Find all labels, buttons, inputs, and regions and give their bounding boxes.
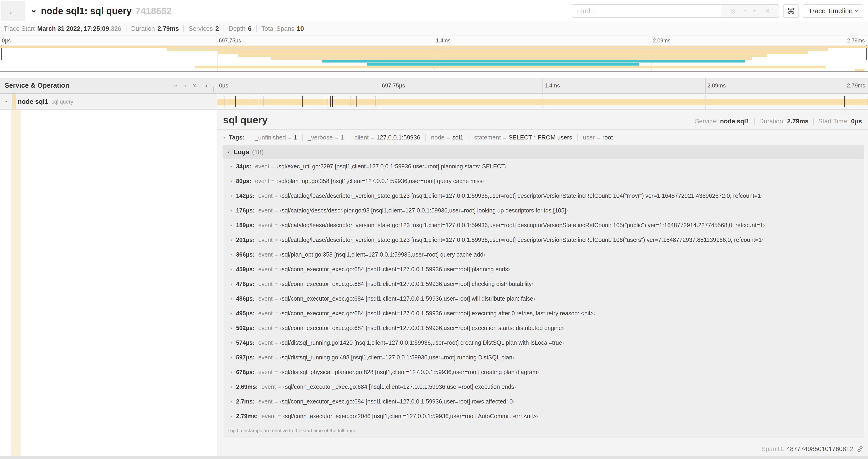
close-quote: ›	[594, 310, 595, 317]
chevron-right-icon: ›	[230, 207, 232, 214]
chevron-right-icon: ›	[230, 369, 232, 375]
back-button[interactable]: ←	[1, 1, 25, 21]
log-row[interactable]: ›189μs:event=‹sql/catalog/lease/descript…	[223, 218, 864, 233]
close-quote: ›	[562, 325, 564, 331]
log-row[interactable]: ›476μs:event=‹sql/conn_executor_exec.go:…	[223, 276, 864, 291]
equals-sign: =	[274, 398, 278, 405]
equals-sign: =	[371, 134, 374, 141]
view-selector-button[interactable]: Trace Timeline ›	[803, 4, 863, 18]
log-message: sql/catalog/lease/descriptor_version_sta…	[282, 222, 763, 229]
trace-collapse-chevron-icon[interactable]: ›	[29, 9, 39, 12]
horizontal-scrollbar-track[interactable]	[0, 456, 868, 459]
close-quote: ›	[566, 207, 568, 214]
span-row-timeline-cell[interactable]	[217, 94, 868, 110]
minimap-span-bar	[271, 57, 752, 60]
chevron-right-icon: ›	[230, 398, 232, 405]
logs-header[interactable]: › Logs (18)	[223, 145, 864, 159]
log-field-key: event	[261, 413, 276, 420]
span-collapse-chevron-icon[interactable]: ›	[3, 101, 9, 103]
tag-key: user	[583, 134, 595, 141]
open-quote: ‹	[280, 295, 282, 302]
summary-item-value: March 31 2022, 17:25:09	[37, 25, 109, 32]
trace-id: 7418682	[135, 6, 172, 16]
log-event-marker	[351, 96, 351, 107]
chevron-right-icon: ›	[230, 325, 232, 331]
log-row[interactable]: ›142μs:event=‹sql/catalog/lease/descript…	[223, 189, 864, 203]
tag-key: node	[431, 134, 444, 141]
log-row[interactable]: ›459μs:event=‹sql/conn_executor_exec.go:…	[223, 262, 864, 276]
log-field-key: event	[255, 163, 269, 170]
minimap-tick-label: 2.79ms	[847, 38, 865, 44]
tag-value: root	[602, 134, 613, 141]
equals-sign: =	[274, 339, 278, 346]
log-row[interactable]: ›486μs:event=‹sql/conn_executor_exec.go:…	[223, 291, 864, 306]
tag-item: _unfinished=1	[250, 134, 302, 141]
view-selector-label: Trace Timeline	[808, 7, 852, 15]
log-message: sql/conn_executor_exec.go:684 [nsql1,cli…	[282, 398, 513, 405]
log-timestamp: 2.7ms:	[236, 398, 254, 405]
expand-one-icon[interactable]: ›	[184, 82, 186, 89]
span-operation-name: sql query	[52, 99, 73, 105]
equals-sign: =	[271, 178, 275, 185]
log-field-key: event	[258, 325, 273, 331]
log-field-key: event	[258, 339, 273, 346]
log-row[interactable]: ›34μs:event=‹sql/exec_util.go:2297 [nsql…	[223, 159, 864, 174]
summary-item-label: Total Spans	[261, 25, 294, 32]
log-row[interactable]: ›2.69ms:event=‹sql/conn_executor_exec.go…	[223, 380, 864, 394]
log-row[interactable]: ›2.7ms:event=‹sql/conn_executor_exec.go:…	[223, 394, 864, 409]
equals-sign: =	[288, 134, 291, 141]
log-row[interactable]: ›495μs:event=‹sql/conn_executor_exec.go:…	[223, 306, 864, 321]
service-label: Service:	[695, 118, 718, 125]
log-event-marker	[375, 96, 375, 107]
log-row[interactable]: ›2.79ms:event=‹sql/conn_executor_exec.go…	[223, 409, 864, 424]
tag-item: client=127.0.0.1:59936	[349, 134, 425, 141]
log-message: sql/conn_executor_exec.go:684 [nsql1,cli…	[282, 325, 562, 331]
tag-item: _verbose=1	[302, 134, 349, 141]
log-event-marker	[264, 96, 264, 107]
deep-link-icon[interactable]	[856, 445, 864, 453]
log-timestamp: 486μs:	[236, 295, 254, 302]
close-quote: ›	[761, 192, 763, 199]
log-row[interactable]: ›201μs:event=‹sql/catalog/lease/descript…	[223, 233, 864, 247]
find-controls: ◎ › › ✕	[721, 5, 779, 17]
log-event-marker	[328, 96, 328, 107]
open-quote: ‹	[283, 384, 285, 390]
locate-icon[interactable]: ◎	[729, 7, 735, 14]
log-row[interactable]: ›80μs:event=‹sql/plan_opt.go:358 [nsql1,…	[223, 174, 864, 189]
find-prev-icon[interactable]: ›	[741, 10, 748, 12]
collapse-all-icon[interactable]: »	[192, 84, 198, 88]
minimap-tick-label: 0μs	[0, 38, 11, 44]
keyboard-shortcuts-button[interactable]: ⌘	[783, 4, 799, 18]
log-event-marker	[332, 96, 333, 107]
find-next-icon[interactable]: ›	[751, 10, 758, 12]
column-resizer[interactable]	[213, 87, 215, 92]
log-row[interactable]: ›176μs:event=‹sql/catalog/descs/descript…	[223, 203, 864, 218]
log-row[interactable]: ›574μs:event=‹sql/distsql_running.go:142…	[223, 335, 864, 350]
logs-note: Log timestamps are relative to the start…	[223, 424, 864, 438]
find-input[interactable]	[572, 5, 721, 17]
log-row[interactable]: ›366μs:event=‹sql/plan_opt.go:358 [nsql1…	[223, 247, 864, 262]
start-time-label: Start Time:	[818, 118, 849, 125]
top-header: ← › node sql1: sql query 7418682 ◎ › › ✕…	[0, 0, 868, 22]
span-row-name-cell[interactable]: › node sql1 sql query	[0, 94, 217, 110]
log-timestamp: 366μs:	[236, 251, 254, 258]
tags-accordian[interactable]: › Tags: _unfinished=1_verbose=1client=12…	[217, 130, 868, 145]
minimap-canvas[interactable]	[0, 45, 868, 72]
find-clear-icon[interactable]: ✕	[765, 7, 771, 14]
expand-all-icon[interactable]: »	[204, 82, 208, 89]
header-actions: ◎ › › ✕ ⌘ Trace Timeline ›	[572, 4, 863, 18]
chevron-right-icon: ›	[230, 354, 232, 361]
open-quote: ‹	[280, 369, 282, 375]
close-quote: ›	[763, 222, 765, 229]
log-row[interactable]: ›597μs:event=‹sql/distsql_running.go:498…	[223, 350, 864, 365]
log-event-marker	[302, 96, 303, 107]
ruler-tick-label: 2.79ms	[847, 82, 865, 89]
log-timestamp: 80μs:	[236, 178, 251, 185]
collapse-one-icon[interactable]: ›	[173, 85, 179, 87]
log-row[interactable]: ›678μs:event=‹sql/distsql_physical_plann…	[223, 365, 864, 380]
open-quote: ‹	[283, 413, 285, 420]
chevron-right-icon: ›	[230, 384, 232, 390]
open-quote: ‹	[280, 354, 282, 361]
log-row[interactable]: ›502μs:event=‹sql/conn_executor_exec.go:…	[223, 321, 864, 335]
summary-item: Total Spans10	[261, 25, 304, 32]
